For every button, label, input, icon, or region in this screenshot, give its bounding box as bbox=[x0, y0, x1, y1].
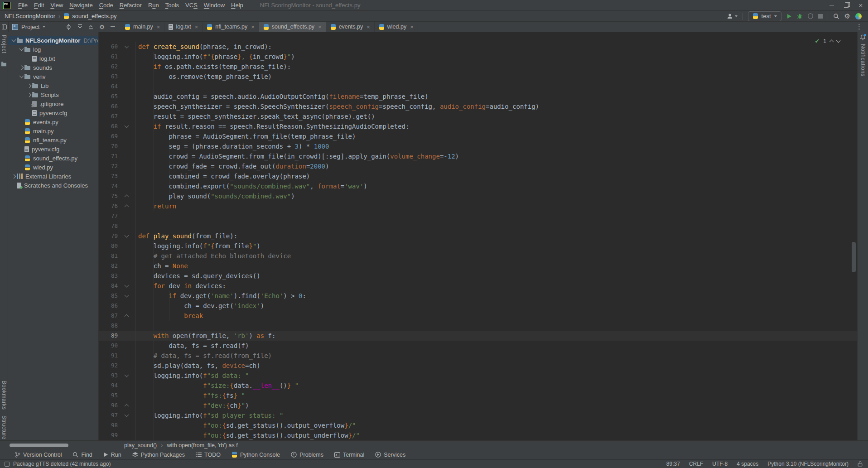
line-number[interactable]: 61 bbox=[99, 52, 118, 62]
line-number[interactable]: 62 bbox=[99, 62, 118, 72]
stripe-project-button[interactable]: Project bbox=[1, 35, 7, 53]
tree-item-scratches-and-consoles[interactable]: Scratches and Consoles bbox=[8, 181, 98, 190]
tree-item-main.py[interactable]: main.py bbox=[8, 126, 98, 135]
line-number[interactable]: 84 bbox=[99, 281, 118, 291]
menu-view[interactable]: View bbox=[47, 2, 66, 9]
tree-item-sound_effects.py[interactable]: sound_effects.py bbox=[8, 154, 98, 163]
locate-file-button[interactable] bbox=[66, 24, 72, 30]
line-number[interactable]: 73 bbox=[99, 171, 118, 181]
line-number[interactable]: 97 bbox=[99, 410, 118, 420]
fold-marker-icon[interactable] bbox=[118, 291, 135, 301]
caret-position[interactable]: 89:37 bbox=[666, 461, 680, 467]
breadcrumb-function[interactable]: play_sound() bbox=[124, 442, 157, 449]
panel-options-button[interactable]: ⚙ bbox=[99, 24, 105, 30]
expand-all-button[interactable] bbox=[77, 24, 82, 29]
close-icon[interactable]: × bbox=[410, 24, 414, 30]
chevron-down-icon[interactable] bbox=[11, 39, 17, 41]
line-number[interactable]: 99 bbox=[99, 430, 118, 440]
restore-button[interactable] bbox=[839, 0, 854, 10]
fold-marker-icon[interactable] bbox=[118, 371, 135, 381]
menu-navigate[interactable]: Navigate bbox=[66, 2, 96, 9]
file-encoding[interactable]: UTF-8 bbox=[712, 461, 728, 467]
tree-item-external-libraries[interactable]: External Libraries bbox=[8, 172, 98, 181]
line-separator[interactable]: CRLF bbox=[689, 461, 703, 467]
user-menu-button[interactable] bbox=[727, 13, 738, 19]
tree-item-pyvenv.cfg[interactable]: pyvenv.cfg bbox=[8, 108, 98, 117]
toolwindow-button-todo[interactable]: TODO bbox=[196, 452, 221, 458]
chevron-right-icon[interactable] bbox=[19, 66, 24, 69]
line-number[interactable]: 92 bbox=[99, 361, 118, 371]
toolwindow-button-python-packages[interactable]: Python Packages bbox=[132, 452, 185, 458]
python-interpreter[interactable]: Python 3.10 (NFLScoringMonitor) bbox=[767, 461, 849, 467]
chevron-right-icon[interactable] bbox=[26, 84, 32, 87]
toolwindow-button-problems[interactable]: Problems bbox=[291, 452, 323, 458]
fold-marker-icon[interactable] bbox=[118, 400, 135, 410]
menu-tools[interactable]: Tools bbox=[162, 2, 182, 9]
tree-item-log[interactable]: log bbox=[8, 45, 98, 54]
line-number[interactable]: 71 bbox=[99, 151, 118, 161]
fold-marker-icon[interactable] bbox=[118, 410, 135, 420]
chevron-down-icon[interactable] bbox=[19, 76, 24, 77]
stripe-structure-button[interactable]: Structure bbox=[1, 415, 7, 439]
line-number[interactable]: 98 bbox=[99, 420, 118, 430]
toolwindow-button-services[interactable]: Services bbox=[375, 452, 405, 458]
toolwindow-button-version-control[interactable]: Version Control bbox=[15, 452, 62, 458]
menu-run[interactable]: Run bbox=[145, 2, 162, 9]
menu-window[interactable]: Window bbox=[201, 2, 228, 9]
line-number[interactable]: 90 bbox=[99, 341, 118, 351]
line-number[interactable]: 88 bbox=[99, 321, 118, 331]
fold-marker-icon[interactable] bbox=[118, 311, 135, 321]
breadcrumb-project[interactable]: NFLScoringMonitor bbox=[5, 13, 55, 19]
line-number[interactable]: 78 bbox=[99, 221, 118, 231]
fold-marker-icon[interactable] bbox=[118, 281, 135, 291]
line-number[interactable]: 85 bbox=[99, 291, 118, 301]
code-editor[interactable]: 60def create_sound(phrase, in_crowd):61 … bbox=[99, 32, 857, 440]
search-everywhere-button[interactable] bbox=[833, 13, 839, 19]
tree-item-venv[interactable]: venv bbox=[8, 72, 98, 81]
tool-window-layout-icon[interactable] bbox=[0, 22, 9, 32]
settings-button[interactable]: ⚙ bbox=[844, 13, 850, 19]
menu-edit[interactable]: Edit bbox=[31, 2, 47, 9]
close-icon[interactable]: × bbox=[318, 24, 322, 30]
close-icon[interactable]: × bbox=[195, 24, 198, 30]
line-number[interactable]: 93 bbox=[99, 371, 118, 381]
tree-item-pyvenv.cfg[interactable]: pyvenv.cfg bbox=[8, 145, 98, 154]
run-with-coverage-button[interactable] bbox=[808, 13, 813, 19]
toolwindow-button-terminal[interactable]: Terminal bbox=[334, 452, 364, 458]
minimize-button[interactable] bbox=[825, 0, 839, 10]
status-message[interactable]: Package gTTS deleted (42 minutes ago) bbox=[13, 461, 111, 467]
line-number[interactable]: 80 bbox=[99, 241, 118, 251]
inspections-widget[interactable]: ✔ 1 bbox=[815, 38, 840, 44]
line-number[interactable]: 68 bbox=[99, 121, 118, 131]
line-number[interactable]: 87 bbox=[99, 311, 118, 321]
stripe-bookmarks-button[interactable]: Bookmarks bbox=[1, 381, 7, 410]
run-config-select[interactable]: test bbox=[748, 11, 781, 21]
line-number[interactable]: 66 bbox=[99, 101, 118, 111]
toolwindow-button-python-console[interactable]: Python Console bbox=[231, 452, 280, 458]
fold-marker-icon[interactable] bbox=[118, 201, 135, 211]
menu-file[interactable]: File bbox=[15, 2, 31, 9]
tab-nfl_teams.py[interactable]: nfl_teams.py× bbox=[203, 22, 259, 32]
line-number[interactable]: 82 bbox=[99, 261, 118, 271]
breadcrumb-statement[interactable]: with open(from_file, 'rb') as f bbox=[167, 442, 237, 449]
tab-events.py[interactable]: events.py× bbox=[326, 22, 375, 32]
tab-main.py[interactable]: main.py× bbox=[121, 22, 164, 32]
editor-scrollbar[interactable] bbox=[852, 242, 856, 272]
line-number[interactable]: 67 bbox=[99, 111, 118, 121]
stripe-notifications-button[interactable]: Notifications bbox=[860, 44, 866, 77]
tab-list-button[interactable]: ⋮ bbox=[856, 22, 868, 32]
lock-icon[interactable] bbox=[858, 461, 863, 467]
line-number[interactable]: 74 bbox=[99, 181, 118, 191]
tree-item-nfl_teams.py[interactable]: nfl_teams.py bbox=[8, 135, 98, 145]
tree-item-sounds[interactable]: sounds bbox=[8, 63, 98, 72]
line-number[interactable]: 83 bbox=[99, 271, 118, 281]
tree-item-.gitignore[interactable]: .gitignore bbox=[8, 99, 98, 108]
chevron-down-icon[interactable] bbox=[19, 48, 24, 50]
tree-item-wled.py[interactable]: wled.py bbox=[8, 163, 98, 172]
horizontal-scrollbar[interactable] bbox=[10, 444, 68, 447]
toolwindow-button-run[interactable]: Run bbox=[103, 452, 121, 458]
tab-wled.py[interactable]: wled.py× bbox=[375, 22, 418, 32]
fold-marker-icon[interactable] bbox=[118, 42, 135, 52]
line-number[interactable]: 77 bbox=[99, 211, 118, 221]
close-icon[interactable]: × bbox=[157, 24, 160, 30]
